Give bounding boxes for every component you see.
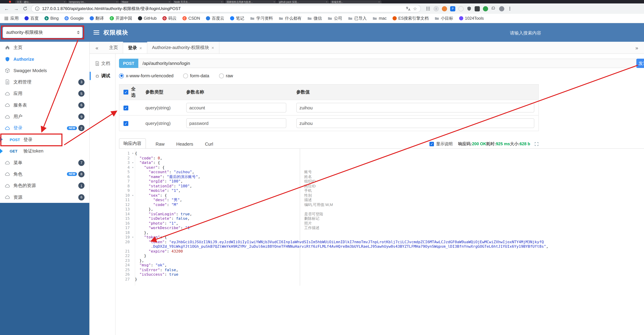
sidebar-item-role[interactable]: 角色NEW8: [0, 168, 89, 180]
row-checkbox[interactable]: ✓: [124, 121, 128, 126]
bookmark-item[interactable]: bBing: [44, 16, 59, 21]
bookmark-item[interactable]: 应用: [4, 15, 19, 21]
bookmark-item[interactable]: 学习资料: [250, 15, 273, 21]
response-tab-curl[interactable]: Curl: [201, 140, 217, 148]
fold-icon[interactable]: ▾: [131, 151, 135, 156]
extension-white-icon[interactable]: [458, 6, 464, 11]
refresh-icon[interactable]: [23, 6, 28, 11]
fold-icon[interactable]: ▾: [131, 160, 135, 165]
row-checkbox[interactable]: ✓: [124, 106, 128, 110]
sidebar-item-doc-manage[interactable]: 文档管理3: [0, 76, 89, 88]
tab-close-icon[interactable]: ×: [169, 0, 170, 4]
response-tab-响应内容[interactable]: 响应内容: [119, 138, 146, 149]
sidebar-item-app[interactable]: 应用5: [0, 88, 89, 99]
fold-icon[interactable]: ▾: [131, 165, 135, 170]
address-bar[interactable]: 127.0.0.1:8760/api/gate/doc.html#/author…: [31, 5, 421, 12]
radio-icon[interactable]: [219, 73, 224, 78]
select-all-checkbox[interactable]: ✓: [124, 90, 128, 94]
bookmark-item[interactable]: G码云: [162, 15, 176, 21]
bookmark-star-icon[interactable]: ☆: [413, 6, 417, 11]
sidebar-item-home[interactable]: 主页: [0, 42, 89, 53]
puzzle-icon[interactable]: [491, 6, 496, 11]
tab-close-icon[interactable]: ×: [116, 0, 118, 4]
browser-tab[interactable]: Node 天天生...×: [172, 0, 224, 4]
param-name-input[interactable]: [186, 118, 286, 128]
fold-icon[interactable]: ▾: [131, 193, 135, 198]
forward-icon[interactable]: →: [13, 6, 19, 12]
tab-close-icon[interactable]: ×: [64, 0, 65, 4]
extensions-grid-icon[interactable]: [426, 6, 430, 11]
bookmark-item[interactable]: 1024Tools: [459, 16, 484, 21]
translate-icon[interactable]: [406, 6, 411, 11]
bookmark-item[interactable]: 笔记: [230, 15, 244, 21]
sidebar-item-user[interactable]: 用户9: [0, 111, 89, 122]
bookmark-item[interactable]: CCSDN: [182, 16, 200, 21]
sidebar-item-verify-token-get[interactable]: GET验证token: [0, 146, 89, 157]
extension-dark-square-icon[interactable]: [475, 6, 480, 11]
bookmark-item[interactable]: 已导入: [348, 15, 367, 21]
profile-avatar[interactable]: [499, 6, 504, 11]
bookmark-item[interactable]: 微信: [307, 15, 322, 21]
sidebar-item-role-resource[interactable]: 角色的资源1: [0, 180, 89, 192]
extension-shield-icon[interactable]: [467, 6, 472, 11]
site-info-icon[interactable]: [35, 6, 40, 11]
back-icon[interactable]: ←: [4, 6, 10, 12]
bookmark-item[interactable]: ES搜索引擎文档: [392, 15, 429, 21]
sidebar-item-menu[interactable]: 菜单7: [0, 157, 89, 168]
expand-icon[interactable]: [534, 142, 539, 146]
browser-tab[interactable]: 国家税务总局参与批准...×: [225, 0, 277, 4]
browser-tab[interactable]: temporary-int...×: [68, 0, 119, 4]
extension-green-icon[interactable]: [483, 6, 488, 11]
module-select[interactable]: authority-权限模块: [3, 27, 82, 38]
bookmark-item[interactable]: C开源中国: [110, 15, 132, 21]
body-type-option[interactable]: raw: [219, 73, 233, 78]
menu-kebab-icon[interactable]: [508, 6, 512, 11]
collapse-tabs-icon[interactable]: «: [90, 42, 104, 54]
doc-nav-doc[interactable]: 文档: [90, 57, 115, 70]
sidebar-item-resource[interactable]: 资源6: [0, 192, 89, 203]
bookmark-item[interactable]: 百度: [24, 15, 39, 21]
tab-close-icon[interactable]: ×: [274, 0, 275, 4]
fold-icon[interactable]: ▾: [131, 235, 135, 240]
bookmark-item[interactable]: GGoogle: [64, 16, 84, 21]
bookmark-item[interactable]: 小目标: [434, 15, 453, 21]
send-button[interactable]: 发送: [636, 59, 644, 68]
bookmark-item[interactable]: 什么都有: [279, 15, 302, 21]
bookmark-item[interactable]: 公司: [328, 15, 342, 21]
tab-close-icon[interactable]: ×: [221, 0, 222, 4]
bookmark-item[interactable]: GitHub: [138, 16, 156, 21]
sidebar-item-login-post[interactable]: POST登录: [0, 134, 89, 146]
search-input[interactable]: 请输入搜索内容: [510, 30, 541, 36]
extension-blue-square-icon[interactable]: P: [450, 6, 455, 11]
tab-close-icon[interactable]: ×: [326, 0, 327, 4]
doc-tab[interactable]: 登录×: [123, 42, 147, 54]
browser-tab[interactable]: github pack 实现...×: [277, 0, 329, 4]
sidebar-item-swagger-models[interactable]: Swagger Models: [0, 65, 89, 76]
response-tab-headers[interactable]: Headers: [172, 140, 197, 148]
expand-tabs-icon[interactable]: »: [630, 42, 644, 54]
browser-tab[interactable]: 前端文档...×: [330, 0, 382, 4]
radio-icon[interactable]: [119, 73, 124, 78]
sidebar-item-authorize[interactable]: Authorize: [0, 53, 89, 65]
tab-close-icon[interactable]: ×: [139, 45, 142, 50]
doc-nav-debug[interactable]: 调试: [90, 70, 115, 82]
sidebar-item-service-table[interactable]: 服务表6: [0, 99, 89, 111]
response-tab-raw[interactable]: Raw: [152, 140, 169, 148]
body-type-option[interactable]: x-www-form-urlencoded: [119, 73, 174, 78]
bookmark-item[interactable]: 翻译: [90, 15, 104, 21]
doc-tab[interactable]: Authorize-authority-权限模块×: [147, 42, 219, 54]
extension-orange-icon[interactable]: [442, 6, 447, 11]
sidebar-item-login[interactable]: 登录NEW2: [0, 122, 89, 134]
param-name-input[interactable]: [186, 103, 286, 112]
menu-toggle-icon[interactable]: [94, 29, 99, 36]
param-value-input[interactable]: [296, 103, 534, 112]
radio-icon[interactable]: [183, 73, 188, 78]
info-badge-icon[interactable]: i: [434, 6, 439, 11]
body-type-option[interactable]: form-data: [183, 73, 209, 78]
browser-tab[interactable]: 主页 - 建站...×: [15, 0, 67, 4]
param-value-input[interactable]: [296, 118, 534, 128]
bookmark-item[interactable]: 百度云: [206, 15, 224, 21]
tab-close-icon[interactable]: ×: [378, 0, 380, 4]
tab-close-icon[interactable]: ×: [212, 45, 214, 50]
browser-tab[interactable]: hbase×: [120, 0, 172, 4]
